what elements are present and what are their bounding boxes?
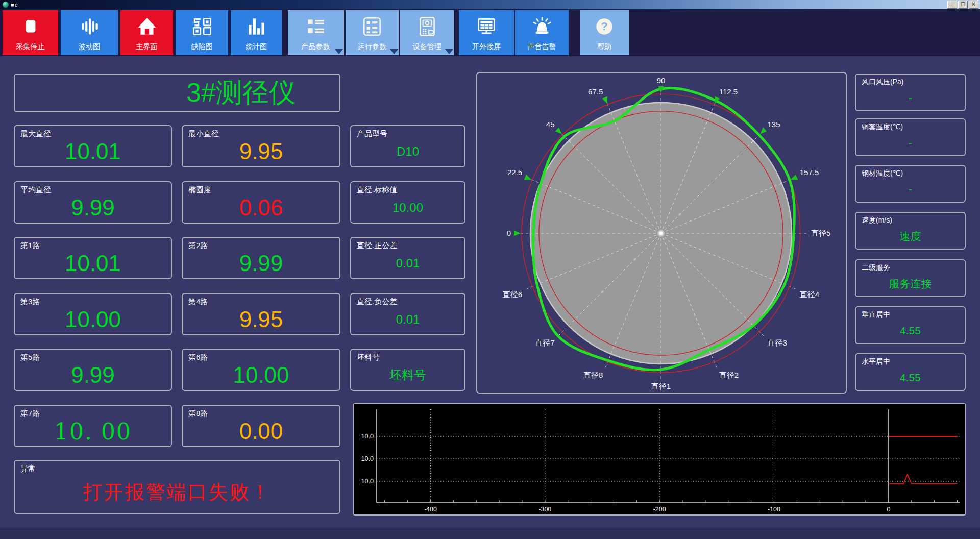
angle-marker-icon: [791, 175, 798, 180]
bar-chart-icon: [244, 15, 268, 38]
stats-chart-label: 统计图: [246, 42, 267, 52]
home-icon: [135, 15, 159, 38]
wave-chart-label: 波动图: [79, 42, 100, 52]
polar-angle-label: 45: [546, 120, 555, 129]
ovality-value: 0.06: [183, 194, 339, 221]
path-5-label: 第5路: [20, 353, 40, 362]
nominal-diameter-box: 直径.标称值10.00: [350, 181, 465, 224]
path-3-label: 第3路: [20, 297, 40, 307]
chevron-down-icon[interactable]: [445, 49, 453, 54]
copper-sleeve-temp-box: 铜套温度(℃)-: [855, 118, 966, 156]
angle-marker-icon: [555, 128, 562, 134]
x-axis-tick-label: 0: [887, 506, 890, 513]
product-model-label: 产品型号: [357, 129, 387, 139]
titlebar: ■c _ □ ×: [0, 0, 980, 9]
close-button[interactable]: ×: [969, 1, 978, 9]
avg-diameter-label: 平均直径: [20, 185, 51, 195]
polar-angle-label: 直径3: [768, 338, 787, 347]
vertical-center-box: 垂直居中4.55: [855, 306, 966, 344]
horizontal-center-box: 水平居中4.55: [855, 353, 966, 391]
path-7-box: 第7路10. 00: [14, 405, 172, 447]
path-5-box: 第5路9.99: [14, 349, 172, 391]
ovality-box: 椭圆度0.06: [182, 181, 340, 224]
avg-diameter-value: 9.99: [15, 194, 171, 221]
chevron-down-icon[interactable]: [390, 49, 398, 54]
horizontal-center-label: 水平居中: [862, 357, 890, 366]
path-8-box: 第8路0.00: [182, 405, 340, 447]
polar-angle-label: 22.5: [507, 168, 522, 177]
device-manage-button[interactable]: 设备管理: [400, 10, 454, 55]
polar-angle-label: 直径8: [583, 371, 603, 379]
stop-capture-label: 采集停止: [16, 42, 45, 52]
external-screen-label: 开外接屏: [472, 42, 501, 52]
polar-angle-label: 直径5: [811, 229, 830, 237]
max-diameter-value: 10.01: [15, 138, 171, 165]
vertical-center-value: 4.55: [856, 320, 965, 341]
vertical-center-label: 垂直居中: [862, 310, 890, 320]
nominal-diameter-value: 10.00: [351, 194, 464, 221]
polar-angle-label: 直径2: [719, 371, 739, 379]
angle-marker-icon: [514, 231, 521, 236]
l2-service-box: 二级服务服务连接: [855, 259, 966, 297]
path-6-value: 10.00: [183, 362, 339, 388]
y-axis-tick-label: 10.0: [361, 455, 374, 462]
path-1-box: 第1路10.01: [14, 237, 172, 279]
min-diameter-value: 9.95: [183, 138, 339, 165]
wave-chart-button[interactable]: 波动图: [61, 10, 118, 55]
minus-tolerance-box: 直径.负公差0.01: [350, 293, 465, 335]
path-8-value: 0.00: [183, 418, 339, 445]
path-4-box: 第4路9.95: [182, 293, 340, 335]
polar-angle-label: 直径7: [535, 338, 554, 347]
minus-tolerance-value: 0.01: [351, 306, 464, 333]
path-2-value: 9.99: [183, 250, 339, 277]
run-params-button[interactable]: 运行参数: [346, 10, 399, 55]
siren-icon: [530, 15, 554, 38]
main-screen-button[interactable]: 主界面: [120, 10, 173, 55]
speed-value: 速度: [856, 225, 965, 247]
toolbar: 采集停止波动图主界面缺陷图统计图产品参数运行参数设备管理开外接屏声音告警?帮助: [0, 9, 980, 56]
plus-tolerance-label: 直径.正公差: [357, 241, 397, 251]
chevron-down-icon[interactable]: [335, 49, 343, 54]
x-axis-tick-label: -100: [768, 506, 780, 513]
max-diameter-box: 最大直径10.01: [14, 125, 172, 167]
path-3-value: 10.00: [15, 306, 171, 333]
speed-box: 速度(m/s)速度: [855, 212, 966, 250]
product-params-button[interactable]: 产品参数: [288, 10, 344, 55]
y-axis-tick-label: 10.0: [361, 478, 374, 485]
path-1-value: 10.01: [15, 250, 171, 277]
product-model-value: D10: [351, 138, 464, 165]
avg-diameter-box: 平均直径9.99: [14, 181, 172, 224]
center-dot: [659, 232, 663, 235]
app-icon: [3, 2, 9, 8]
copper-sleeve-temp-label: 铜套温度(℃): [862, 122, 903, 132]
stats-chart-button[interactable]: 统计图: [231, 10, 282, 55]
external-screen-button[interactable]: 开外接屏: [459, 10, 514, 55]
polar-angle-label: 67.5: [588, 87, 603, 96]
x-axis-tick-label: -400: [424, 506, 437, 513]
path-6-box: 第6路10.00: [182, 349, 340, 391]
defect-chart-label: 缺陷图: [191, 42, 213, 52]
sound-alarm-button[interactable]: 声音告警: [515, 10, 569, 55]
gauge-title-box: 3#测径仪: [14, 74, 340, 112]
trend-plot-bg: [354, 404, 965, 514]
product-params-label: 产品参数: [302, 42, 330, 52]
minimize-button[interactable]: _: [947, 1, 957, 9]
air-pressure-value: -: [856, 87, 965, 109]
stop-icon: [19, 15, 42, 38]
path-4-value: 9.95: [183, 306, 339, 333]
polar-profile-chart: 022.54567.590112.5135157.5直径5直径4直径3直径2直径…: [477, 73, 846, 393]
restore-button[interactable]: □: [958, 1, 968, 9]
billet-no-box: 坯料号坯料号: [350, 349, 465, 391]
min-diameter-box: 最小直径9.95: [182, 125, 340, 167]
alarm-box: 异常 打开报警端口失败！: [14, 460, 340, 514]
sound-alarm-label: 声音告警: [528, 42, 556, 52]
polar-angle-label: 直径4: [800, 290, 819, 299]
steel-temp-label: 钢材温度(℃): [862, 169, 903, 178]
defect-chart-button[interactable]: 缺陷图: [176, 10, 228, 55]
help-button[interactable]: ?帮助: [580, 10, 629, 55]
speed-label: 速度(m/s): [862, 216, 892, 225]
minus-tolerance-label: 直径.负公差: [357, 297, 397, 307]
stop-capture-button[interactable]: 采集停止: [3, 10, 58, 55]
form-icon: [360, 15, 384, 38]
monitor-icon: [475, 15, 498, 38]
